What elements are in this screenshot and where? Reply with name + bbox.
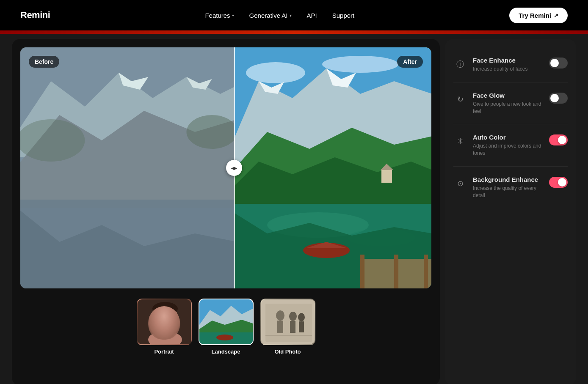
after-label: After <box>397 56 423 68</box>
face-enhance-icon: ⓘ <box>453 58 467 71</box>
thumbnail-portrait[interactable]: Portrait <box>137 299 192 355</box>
svg-rect-24 <box>360 255 364 288</box>
compare-container: Before After ◂▸ <box>20 47 431 288</box>
auto-color-icon: ✳ <box>453 134 467 148</box>
svg-rect-26 <box>424 255 428 288</box>
thumbnail-strip: Portrait Landscape <box>20 297 431 357</box>
nav-api[interactable]: API <box>307 12 317 19</box>
toggle-knob <box>558 136 566 144</box>
chevron-down-icon: ▾ <box>232 13 234 18</box>
face-glow-toggle[interactable] <box>549 93 568 104</box>
face-enhance-desc: Increase quality of faces <box>473 66 543 73</box>
svg-point-11 <box>322 56 398 73</box>
toggle-knob <box>550 94 559 102</box>
svg-point-45 <box>298 313 305 321</box>
features-sidebar: ⓘ Face Enhance Increase quality of faces… <box>445 39 576 384</box>
try-remini-button[interactable]: Try Remini ↗ <box>509 8 568 23</box>
content-area: Before After ◂▸ <box>12 39 440 384</box>
feature-background-enhance: ⊙ Background Enhance Increase the qualit… <box>453 167 568 208</box>
landscape-label: Landscape <box>212 348 240 355</box>
toggle-knob <box>550 59 559 67</box>
svg-point-33 <box>148 331 182 345</box>
oldphoto-thumbnail-image <box>260 299 315 345</box>
svg-rect-40 <box>265 304 312 342</box>
oldphoto-label: Old Photo <box>274 348 301 355</box>
background-enhance-desc: Increase the quality of every detail <box>473 185 543 199</box>
after-image <box>234 47 431 288</box>
nav-features[interactable]: Features ▾ <box>205 12 234 19</box>
logo: Remini <box>20 10 50 21</box>
feature-auto-color: ✳ Auto Color Adjust and improve colors a… <box>453 124 568 167</box>
main-wrapper: Before After ◂▸ <box>0 30 588 384</box>
auto-color-title: Auto Color <box>473 134 543 141</box>
svg-point-32 <box>152 302 178 315</box>
svg-rect-29 <box>138 299 192 345</box>
background-enhance-icon: ⊙ <box>453 177 467 190</box>
chevron-down-icon: ▾ <box>290 13 292 18</box>
thumbnail-landscape[interactable]: Landscape <box>199 299 254 355</box>
auto-color-toggle[interactable] <box>549 134 568 145</box>
face-glow-desc: Give to people a new look and feel <box>473 101 543 115</box>
before-image <box>20 47 234 288</box>
portrait-thumbnail-image <box>137 299 192 345</box>
svg-rect-42 <box>277 321 283 333</box>
face-glow-title: Face Glow <box>473 92 543 99</box>
svg-point-43 <box>289 312 297 321</box>
navbar: Remini Features ▾ Generative AI ▾ API Su… <box>0 0 588 30</box>
toggle-knob <box>558 178 566 187</box>
svg-rect-25 <box>394 255 398 288</box>
face-enhance-title: Face Enhance <box>473 57 543 64</box>
svg-point-41 <box>276 310 284 321</box>
svg-rect-27 <box>381 170 392 183</box>
thumbnail-oldphoto[interactable]: Old Photo <box>260 299 315 355</box>
face-enhance-toggle[interactable] <box>549 58 568 69</box>
before-label: Before <box>29 56 59 68</box>
svg-point-10 <box>246 62 305 83</box>
nav-links: Features ▾ Generative AI ▾ API Support <box>205 12 354 19</box>
external-link-icon: ↗ <box>554 12 558 19</box>
background-enhance-toggle[interactable] <box>549 177 568 188</box>
svg-point-31 <box>156 307 174 324</box>
auto-color-desc: Adjust and improve colors and tones <box>473 143 543 157</box>
accent-bar <box>0 30 588 34</box>
feature-face-enhance: ⓘ Face Enhance Increase quality of faces <box>453 47 568 82</box>
background-enhance-title: Background Enhance <box>473 176 543 183</box>
face-glow-icon: ↻ <box>453 93 467 106</box>
svg-point-38 <box>216 335 233 340</box>
landscape-thumbnail-image <box>199 299 254 345</box>
svg-rect-46 <box>299 321 304 332</box>
portrait-label: Portrait <box>154 348 174 355</box>
nav-generative-ai[interactable]: Generative AI ▾ <box>249 12 292 19</box>
compare-drag-handle[interactable]: ◂▸ <box>226 160 242 176</box>
feature-face-glow: ↻ Face Glow Give to people a new look an… <box>453 82 568 125</box>
svg-rect-44 <box>290 321 295 333</box>
nav-support[interactable]: Support <box>332 12 355 19</box>
